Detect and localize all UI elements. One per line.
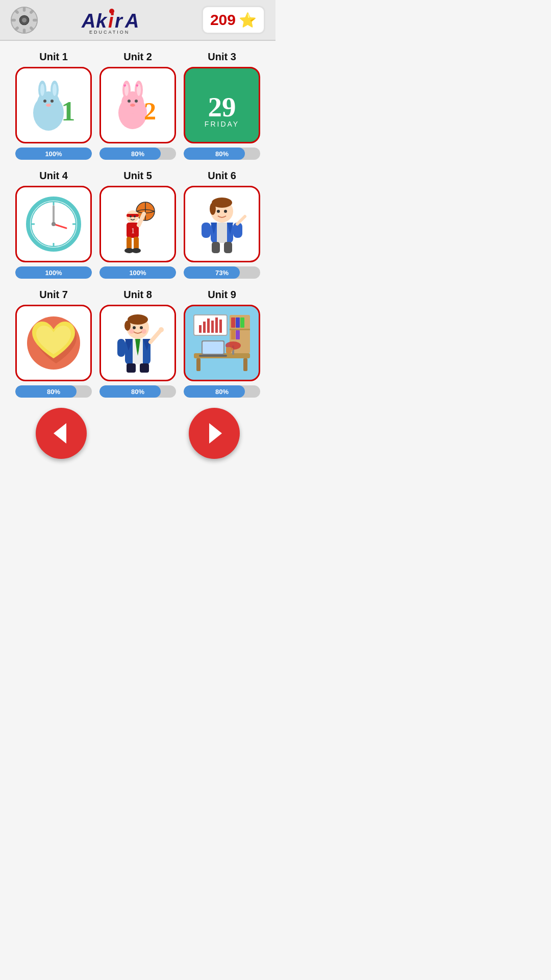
gear-icon: [10, 6, 38, 34]
unit-7-progress-bar: 80%: [15, 385, 92, 398]
svg-line-76: [237, 216, 245, 224]
unit-7-title: Unit 7: [39, 289, 68, 301]
unit-3-image: 29 FRIDAY: [184, 67, 260, 143]
svg-text:1: 1: [131, 227, 135, 235]
unit-2-image: ♥ ♥ 2: [99, 67, 176, 143]
next-icon: [202, 421, 227, 446]
unit-8-cell[interactable]: Unit 8: [99, 289, 176, 398]
prev-icon: [48, 421, 74, 446]
svg-rect-4: [23, 29, 26, 33]
unit-3-title: Unit 3: [208, 51, 236, 63]
unit-5-progress-label: 100%: [129, 269, 146, 277]
unit-4-cell[interactable]: Unit 4 100%: [15, 170, 92, 279]
svg-point-69: [224, 210, 227, 213]
score-value: 209: [210, 11, 236, 29]
svg-rect-121: [226, 347, 231, 353]
unit-7-progress-label: 80%: [47, 388, 60, 396]
unit-4-image: [15, 186, 92, 262]
unit-6-progress-bar: 73%: [184, 266, 260, 279]
svg-point-22: [40, 84, 44, 96]
unit-7-cell[interactable]: Unit 7 80%: [15, 289, 92, 398]
unit-2-title: Unit 2: [123, 51, 152, 63]
svg-point-16: [109, 9, 114, 14]
svg-rect-115: [243, 358, 247, 371]
unit-6-cell[interactable]: Unit 6: [184, 170, 260, 279]
unit-8-image: [99, 305, 176, 381]
units-grid: Unit 1 1: [15, 51, 260, 398]
unit-5-cell[interactable]: Unit 5: [99, 170, 176, 279]
svg-point-47: [52, 222, 56, 226]
unit-9-progress-label: 80%: [215, 388, 229, 396]
svg-point-36: [128, 100, 131, 103]
unit-5-title: Unit 5: [123, 170, 152, 182]
unit-1-cell[interactable]: Unit 1 1: [15, 51, 92, 160]
svg-point-63: [132, 248, 141, 253]
svg-text:FRIDAY: FRIDAY: [205, 120, 239, 128]
svg-point-56: [130, 215, 132, 217]
svg-rect-108: [203, 322, 206, 333]
svg-text:A: A: [124, 10, 139, 32]
svg-rect-78: [224, 242, 232, 253]
unit-9-image: [184, 305, 260, 381]
svg-rect-102: [240, 317, 244, 328]
unit-6-image: [184, 186, 260, 262]
unit-2-cell[interactable]: Unit 2 ♥ ♥: [99, 51, 176, 160]
svg-point-26: [46, 104, 51, 107]
svg-rect-118: [199, 355, 227, 357]
svg-rect-112: [219, 320, 222, 333]
svg-point-82: [124, 321, 131, 331]
svg-text:♥: ♥: [136, 83, 139, 88]
svg-point-25: [51, 100, 54, 103]
svg-text:29: 29: [208, 91, 236, 122]
svg-rect-101: [236, 317, 240, 328]
svg-point-83: [133, 326, 136, 329]
unit-9-cell[interactable]: Unit 9: [184, 289, 260, 398]
unit-3-progress-bar: 80%: [184, 148, 260, 160]
svg-text:k: k: [96, 10, 108, 32]
nav-buttons: [15, 398, 260, 464]
unit-5-image: 1: [99, 186, 176, 262]
svg-text:EDUCATION: EDUCATION: [89, 30, 130, 34]
settings-button[interactable]: [10, 6, 38, 34]
svg-rect-111: [215, 317, 218, 333]
svg-point-94: [159, 327, 164, 332]
svg-text:A: A: [81, 10, 95, 32]
next-button[interactable]: [189, 408, 240, 459]
unit-9-title: Unit 9: [208, 289, 236, 301]
svg-rect-77: [212, 242, 220, 253]
svg-rect-5: [11, 18, 16, 21]
unit-8-title: Unit 8: [123, 289, 152, 301]
svg-rect-109: [207, 318, 210, 333]
svg-rect-107: [199, 325, 202, 333]
unit-1-image: 1: [15, 67, 92, 143]
svg-text:r: r: [115, 10, 123, 32]
svg-point-81: [128, 314, 148, 325]
svg-rect-110: [211, 321, 214, 333]
svg-rect-6: [33, 18, 37, 21]
svg-point-85: [129, 329, 134, 334]
svg-rect-104: [231, 330, 235, 339]
score-badge: 209 ⭐: [202, 6, 265, 34]
logo-svg: A k i r A EDUCATION: [79, 6, 161, 34]
unit-4-title: Unit 4: [39, 170, 68, 182]
unit-3-cell[interactable]: Unit 3 29 FRIDAY 80%: [184, 51, 260, 160]
unit-4-progress-label: 100%: [45, 269, 62, 277]
svg-rect-74: [202, 223, 211, 238]
prev-button[interactable]: [36, 408, 87, 459]
svg-line-93: [151, 330, 161, 342]
star-icon: ⭐: [239, 12, 257, 29]
svg-rect-96: [127, 363, 136, 373]
svg-rect-61: [134, 237, 139, 250]
svg-rect-114: [196, 358, 201, 371]
svg-rect-55: [127, 214, 139, 217]
unit-6-progress-label: 73%: [215, 269, 229, 277]
svg-text:1: 1: [61, 95, 76, 127]
svg-rect-100: [231, 317, 235, 328]
svg-point-2: [22, 17, 27, 22]
main-content: Unit 1 1: [0, 41, 276, 479]
svg-rect-103: [230, 329, 250, 330]
svg-point-84: [140, 326, 143, 329]
svg-text:♥: ♥: [123, 83, 127, 88]
svg-rect-106: [194, 315, 227, 335]
unit-3-progress-label: 80%: [215, 150, 229, 158]
